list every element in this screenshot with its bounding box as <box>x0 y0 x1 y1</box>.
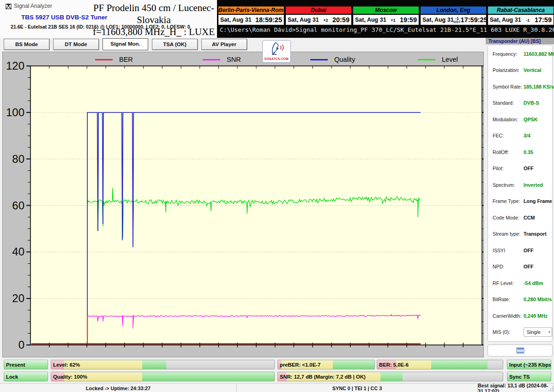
transport-stream-button[interactable] <box>488 344 553 356</box>
tp-row-value: -54 dBm <box>524 280 543 286</box>
bar-label: Quality: 100% <box>53 372 87 381</box>
bar-label: Sync TS <box>509 372 530 381</box>
bottom-statusbar: Locked -> Uptime: 24:33:27SYNC 0 | TEI 1… <box>0 383 554 392</box>
transponder-row: Symbol Rate:185,188 KS/s <box>493 82 552 91</box>
clock-time: 18:59:25 <box>255 16 282 24</box>
mis-select[interactable]: Single▾ <box>524 327 552 337</box>
ts-list-icon <box>516 347 524 354</box>
clock-city-label: Moscow <box>353 6 419 14</box>
tab-tsa-ok-[interactable]: TSA (OK) <box>152 39 198 50</box>
y-axis-label-0: 0 <box>18 339 24 351</box>
transponder-row: Stream type:Transport <box>493 229 552 238</box>
bar-label: Lock <box>6 372 18 381</box>
tp-row-label: Spectrum: <box>493 182 524 188</box>
tp-row-label: NPD: <box>493 264 524 269</box>
clock-utc-offset <box>252 20 255 20</box>
clock-date: Sat, Aug 31 <box>288 17 319 23</box>
snr-line-swatch <box>203 59 220 60</box>
y-axis-label-100: 100 <box>6 106 24 119</box>
tp-row-label: Standard: <box>493 100 524 106</box>
tp-row-value: 0,249 MHz <box>524 313 548 319</box>
bar-label: Present <box>6 360 25 369</box>
tp-row-label: Stream type: <box>493 231 524 237</box>
transponder-row: Standard:DVB-S <box>493 98 552 107</box>
tp-row-label: Symbol Rate: <box>493 84 524 89</box>
clock-time: 19:59 <box>400 16 417 24</box>
clock-date: Sat, Aug 31 <box>490 17 521 23</box>
transponder-row: Spectrum:Inverted <box>493 180 552 190</box>
clock-berlin-paris-vienna-roma: Berlin-Paris-Vienna-RomaSat, Aug 3118:59… <box>218 6 284 25</box>
tab-bs-mode[interactable]: BS Mode <box>4 39 49 50</box>
y-axis-label-20: 20 <box>12 292 24 304</box>
tp-row-label: ISSYI <box>493 248 524 253</box>
legend-item-snr: SNR <box>203 56 310 63</box>
tp-row-label: MIS (0): <box>493 329 524 335</box>
signal-status-bars: PresentLevel: 62%preBER: <1.0E-7BER: 5,0… <box>0 359 554 383</box>
statusbar-cell-0: Locked -> Uptime: 24:33:27 <box>0 384 237 392</box>
legend-item-level: Level <box>418 56 525 63</box>
transponder-row: Pilot:OFF <box>493 164 552 173</box>
legend-label: Level <box>442 56 458 63</box>
transponder-info-panel: Frequency:11603,882 MHzPolarization:Vert… <box>488 45 553 342</box>
clock-utc-offset: -1 <box>521 18 535 22</box>
tp-row-value: OFF <box>524 264 534 269</box>
legend-item-quality: Quality <box>310 56 418 63</box>
legend-label: BER <box>119 56 133 63</box>
transponder-row: BitRate:0,280 Mbit/s <box>493 295 552 304</box>
clock-dubai: DubaiSat, Aug 31+220:59 <box>285 6 352 25</box>
level-line-swatch <box>418 59 435 60</box>
status-bar-input-235-kbps-: Input (~235 Kbps) <box>507 360 551 369</box>
tab-av-player[interactable]: AV Player <box>201 39 247 50</box>
bar-segment-green <box>431 360 488 369</box>
bar-label: preBER: <1.0E-7 <box>280 360 320 369</box>
transponder-row: NPD:OFF <box>493 262 552 271</box>
bar-segment-gray <box>488 360 503 369</box>
clock-time-display: Sat, Aug 31+119:59 <box>353 14 419 25</box>
status-bar-preber: preBER: <1.0E-7 <box>277 360 375 369</box>
transponder-row: Polarization:Vertical <box>493 65 552 75</box>
tab-signal-mon-[interactable]: Signal Mon. <box>102 38 148 50</box>
tp-row-value: 3/4 <box>524 133 530 138</box>
tp-row-label: Polarization: <box>493 67 524 73</box>
y-axis-label-40: 40 <box>12 245 24 258</box>
tp-row-value: Inverted <box>524 182 543 188</box>
transponder-panel-title: Transponder (AU) [BS] <box>486 38 554 44</box>
mis-selected-value: Single <box>527 329 541 335</box>
tp-row-label: Pilot: <box>493 166 524 171</box>
tp-row-value: Transport <box>524 231 547 237</box>
console-prompt-line: C:\Users\Roman Dávid>Signal monitoring_P… <box>220 26 553 33</box>
app-bowtie-icon <box>5 3 12 10</box>
tab-dt-mode[interactable]: DT Mode <box>53 39 99 50</box>
tp-row-value: QPSK <box>524 117 538 122</box>
bar-label: Input (~235 Kbps) <box>509 360 551 369</box>
clock-london-eng: London, EngSat, Aug 31-1DST17:59:25 <box>420 6 487 25</box>
bar-segment-gray <box>403 372 503 381</box>
legend-label: Quality <box>334 56 355 63</box>
clock-city-label: Rabat-Casablanca <box>488 6 554 14</box>
status-bar-sync-ts: Sync TS <box>507 372 551 381</box>
dst-label: DST <box>454 20 461 24</box>
status-bar-lock: Lock <box>4 372 48 381</box>
tp-row-value: Vertical <box>524 67 541 73</box>
bar-segment-gray <box>166 360 274 369</box>
chevron-down-icon: ▾ <box>548 330 550 334</box>
tp-row-label: BitRate: <box>493 297 524 302</box>
statusbar-cell-1: SYNC 0 | TEI 1 | CC 3 <box>237 384 478 392</box>
clock-date: Sat, Aug 31 <box>355 17 386 23</box>
resize-grip[interactable] <box>548 386 554 392</box>
tp-row-value: 0,280 Mbit/s <box>524 297 552 302</box>
bar-label: SNR: 12,7 dB (Margin: 7,2 dB | OK) <box>280 372 366 381</box>
tp-row-label: RF Level: <box>493 280 524 286</box>
tp-row-value: DVB-S <box>524 100 539 106</box>
tp-row-label: FEC: <box>493 133 524 138</box>
transponder-row: MIS (0):Single▾ <box>493 327 552 337</box>
clock-city-label: London, Eng <box>420 6 487 14</box>
ber-line-swatch <box>95 59 113 60</box>
site-dish-location: PF Prodelin 450 cm / Lucenec-Slovakia <box>82 2 225 26</box>
clock-city-label: Dubai <box>285 6 352 14</box>
clock-time-display: Sat, Aug 31+220:59 <box>285 14 352 25</box>
clock-utc-offset: +2 <box>319 18 332 22</box>
clock-moscow: MoscowSat, Aug 31+119:59 <box>353 6 419 25</box>
bar-segment-green <box>380 372 403 381</box>
status-bar-level: Level: 62% <box>51 360 275 369</box>
